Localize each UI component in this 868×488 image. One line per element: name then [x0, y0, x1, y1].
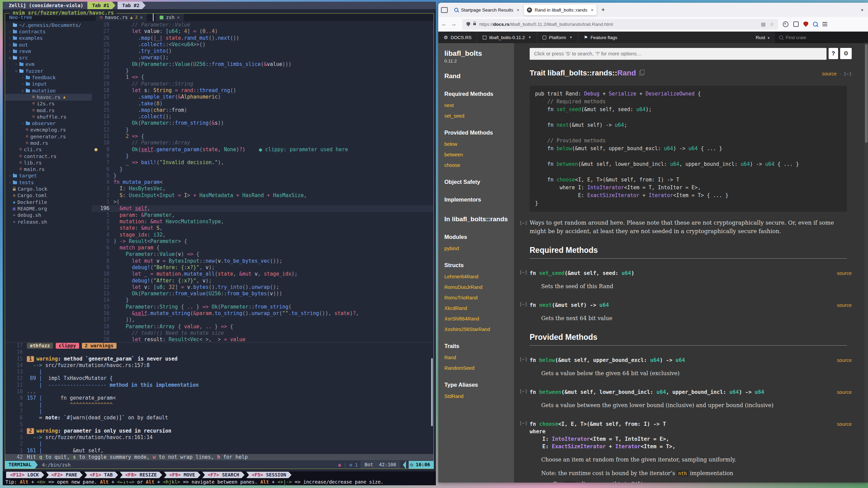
bookmark-star-icon[interactable]: ☆ — [769, 21, 774, 27]
keybind-move[interactable]: <F9> MOVE — [164, 472, 200, 478]
sidebar-section-provided-methods[interactable]: Provided Methods — [444, 129, 511, 136]
sidebar-link-XorShift64Rand[interactable]: XorShift64Rand — [444, 316, 511, 321]
reader-mode-icon[interactable]: ▤ — [761, 21, 765, 27]
keybind-search[interactable]: <F7> SEARCH — [202, 472, 245, 478]
tree-item-README.org[interactable]: ▤README.org — [5, 205, 92, 212]
tree-item-Cargo.lock[interactable]: Cargo.lock — [5, 186, 92, 192]
tree-item-tests[interactable]: ›tests — [5, 179, 92, 186]
startpage-extension-icon[interactable] — [813, 22, 818, 27]
zellij-tab-Tab1[interactable]: Tab #1 — [87, 2, 116, 9]
sidebar-section-in-libafl-bolts-rands[interactable]: In libafl_bolts::rands — [444, 215, 511, 223]
sidebar-link-Rand[interactable]: Rand — [444, 355, 511, 360]
collapse-toggle[interactable]: [−] — [519, 389, 527, 394]
back-button[interactable]: ← — [441, 21, 447, 28]
zellij-pane[interactable]: nvim src/fuzzer/mutation/havoc.rs Neo-tr… — [5, 13, 434, 469]
tree-item-fuzzer[interactable]: ∨fuzzer — [5, 68, 92, 74]
editor-buffer[interactable]: 28 // Parameter::Value27 let value: [u64… — [92, 21, 433, 342]
sidebar-section-traits[interactable]: Traits — [444, 342, 511, 350]
tree-item-cli.rs[interactable]: ®cli.rs — [5, 146, 92, 153]
sidebar-link-next[interactable]: next — [444, 103, 511, 108]
browser-tab-active[interactable]: RRand in libafl_bolts::rands× — [524, 4, 597, 15]
collapse-toggle[interactable]: [−] — [519, 421, 527, 426]
tree-item-Cargo.toml[interactable]: ⚙Cargo.toml — [5, 192, 92, 199]
sidebar-link-Lehmer64Rand[interactable]: Lehmer64Rand — [444, 274, 511, 279]
tree-item-input[interactable]: ›input — [5, 81, 92, 87]
collapse-toggle[interactable]: [−] — [844, 71, 852, 76]
sidebar-link-set_seed[interactable]: set_seed — [444, 113, 511, 119]
tree-item-mod.rs[interactable]: ®mod.rs — [5, 140, 92, 146]
settings-gear-icon[interactable]: ⚙ — [840, 48, 852, 59]
keybind-pane[interactable]: <F2> PANE — [46, 472, 83, 478]
extensions-icon[interactable] — [793, 21, 799, 27]
close-icon[interactable]: × — [517, 7, 519, 13]
neotree-file-explorer[interactable]: ~/.genesis/Documents/›contracts›examples… — [5, 21, 92, 342]
tree-item-i2s.rs[interactable]: ®i2s.rs — [5, 101, 92, 107]
source-link[interactable]: source — [837, 269, 852, 277]
keybind-lock[interactable]: <F12> LOCK — [6, 472, 44, 478]
sidebar-section-object-safety[interactable]: Object Safety — [444, 178, 511, 186]
tree-item-Dockerfile[interactable]: ◆Dockerfile — [5, 199, 92, 205]
tree-item-target[interactable]: ›target — [5, 173, 92, 179]
tree-item-contracts[interactable]: ›contracts — [5, 28, 92, 35]
keybind-tab[interactable]: <F1> TAB — [84, 472, 118, 478]
sidebar-section-type-aliases[interactable]: Type Aliases — [444, 381, 511, 388]
docsrs-brand[interactable]: ⚙DOCS.RS — [438, 32, 477, 43]
sidebar-section-implementors[interactable]: Implementors — [444, 196, 511, 203]
tree-item-debug.sh[interactable]: »debug.sh — [5, 212, 92, 219]
tree-item-revm[interactable]: ›revm — [5, 48, 92, 54]
collapse-toggle[interactable]: [−] — [519, 302, 527, 307]
collapse-toggle[interactable]: [−] — [519, 270, 527, 275]
tree-item-out[interactable]: ›out — [5, 41, 92, 48]
tree-item-lib.rs[interactable]: ®lib.rs — [5, 159, 92, 166]
source-link[interactable]: source — [837, 356, 852, 364]
diagnostics-panel[interactable]: 17ethfuzzclippy2 warnings16151warning: m… — [5, 342, 433, 461]
tree-item-release.sh[interactable]: »release.sh — [5, 219, 92, 225]
source-link[interactable]: source — [837, 420, 852, 428]
crate-menu[interactable]: libafl_bolts-0.11.2▼ — [477, 32, 537, 43]
browser-tab-inactive[interactable]: Startpage Search Results× — [451, 4, 522, 15]
sidebar-section-structs[interactable]: Structs — [444, 261, 511, 269]
sidebar-link-XkcdRand[interactable]: XkcdRand — [444, 306, 511, 311]
feature-flags-link[interactable]: ⚑Feature flags — [578, 32, 623, 43]
zellij-terminal-window[interactable]: Zellij (considerate-viola) Tab #1Tab #2 … — [3, 2, 436, 485]
close-icon[interactable]: × — [177, 15, 180, 20]
source-link[interactable]: source — [837, 388, 852, 396]
collapse-toggle[interactable]: [−] — [519, 357, 527, 362]
url-bar[interactable]: https://docs.rs/libafl_bolts/0.11.2/liba… — [462, 19, 778, 30]
tree-item-src[interactable]: ∨src — [5, 54, 92, 61]
find-crate-input[interactable]: Find crate — [775, 32, 868, 43]
sidebar-link-Xoshiro256StarRand[interactable]: Xoshiro256StarRand — [444, 327, 511, 332]
tree-item-main.rs[interactable]: ®main.rs — [5, 166, 92, 173]
tree-item-mutation[interactable]: ∨mutation — [5, 87, 92, 94]
tracking-shield-icon[interactable] — [466, 22, 470, 27]
url-text[interactable]: https://docs.rs/libafl_bolts/0.11.2/liba… — [479, 22, 757, 27]
close-icon[interactable]: × — [140, 15, 143, 20]
sidebar-link-below[interactable]: below — [444, 141, 511, 147]
source-link[interactable]: source — [837, 301, 852, 309]
tree-item-shuffle.rs[interactable]: ®shuffle.rs — [5, 114, 92, 120]
rust-menu[interactable]: Rust ▼ — [756, 35, 770, 40]
firefox-window[interactable]: Startpage Search Results×RRand in libafl… — [438, 3, 868, 483]
tree-item-havoc.rs[interactable]: ®havoc.rs▲ — [5, 94, 92, 100]
panel-scrollbar[interactable] — [431, 358, 433, 426]
firefox-view-icon[interactable] — [441, 7, 448, 13]
copy-path-icon[interactable] — [639, 71, 643, 75]
sidebar-section-required-methods[interactable]: Required Methods — [444, 90, 511, 98]
zellij-tab-Tab2[interactable]: Tab #2 — [118, 2, 146, 9]
list-tabs-icon[interactable]: ▾ — [861, 7, 868, 13]
tree-item-examples[interactable]: ›examples — [5, 35, 92, 41]
sidebar-link-RandomSeed[interactable]: RandomSeed — [444, 365, 511, 371]
buffer-tab-zsh[interactable]: zsh× — [156, 14, 184, 21]
browser-scrollbar-thumb[interactable] — [865, 44, 868, 143]
account-icon[interactable] — [783, 21, 789, 27]
keybind-resize[interactable]: <F8> RESIZE — [120, 472, 162, 478]
menu-icon[interactable] — [822, 24, 827, 24]
sidebar-link-StdRand[interactable]: StdRand — [444, 394, 511, 399]
sidebar-link-pybind[interactable]: pybind — [444, 246, 511, 251]
sidebar-link-between[interactable]: between — [444, 152, 511, 157]
tree-item-mod.rs[interactable]: ®mod.rs — [5, 107, 92, 114]
tree-item-evm[interactable]: ›evm — [5, 61, 92, 68]
ublock-icon[interactable] — [803, 21, 808, 27]
sidebar-section-modules[interactable]: Modules — [444, 233, 511, 241]
sidebar-link-RomuDuoJrRand[interactable]: RomuDuoJrRand — [444, 284, 511, 290]
